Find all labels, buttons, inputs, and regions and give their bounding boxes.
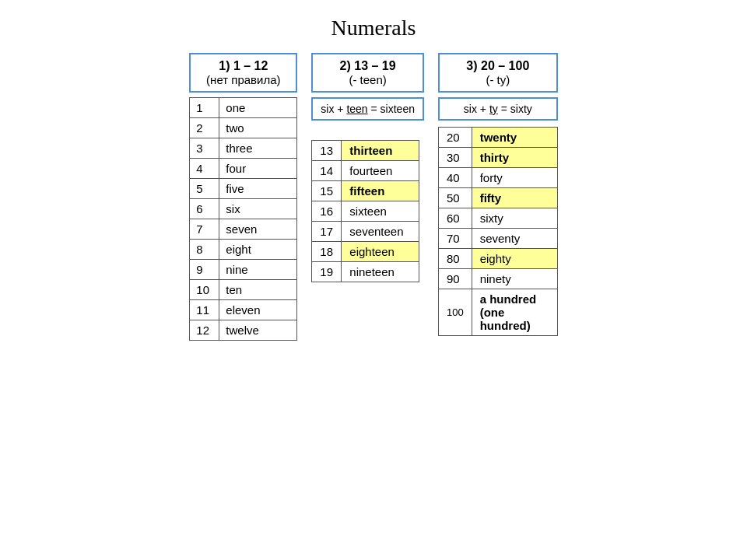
num-cell: 2 xyxy=(190,118,219,138)
col2-header-line1: 2) 13 – 19 xyxy=(322,59,413,73)
num-cell: 50 xyxy=(438,188,472,208)
col2-rule: six + teen = sixteen xyxy=(311,97,424,121)
table-row: 80eighty xyxy=(438,249,557,269)
col3-header: 3) 20 – 100 (- ty) xyxy=(438,53,558,93)
num-cell: 7 xyxy=(190,219,219,240)
num-cell: 16 xyxy=(312,201,342,222)
table-row: 10ten xyxy=(190,280,297,300)
num-cell: 70 xyxy=(438,229,472,249)
table-row: 16sixteen xyxy=(312,201,419,222)
table-row: 3three xyxy=(190,138,297,159)
col2-header: 2) 13 – 19 (- teen) xyxy=(311,53,424,93)
table-row: 8eight xyxy=(190,240,297,260)
table-row: 6six xyxy=(190,199,297,219)
table-row: 13thirteen xyxy=(312,141,419,161)
word-cell: eight xyxy=(219,240,297,260)
table-row: 1one xyxy=(190,98,297,118)
table-row: 11eleven xyxy=(190,300,297,320)
num-cell: 15 xyxy=(312,181,342,201)
table-row: 2two xyxy=(190,118,297,138)
table-row: 20twenty xyxy=(438,128,557,148)
table-row: 70seventy xyxy=(438,229,557,249)
col3-header-line2: (- ty) xyxy=(449,73,547,86)
table-row: 30thirty xyxy=(438,148,557,168)
col2-table: 13thirteen14fourteen15fifteen16sixteen17… xyxy=(311,140,419,282)
col3-rule: six + ty = sixty xyxy=(438,97,558,121)
table-row: 90ninety xyxy=(438,269,557,289)
col3-rule-text: six + ty = sixty xyxy=(464,103,532,115)
num-cell: 12 xyxy=(190,320,219,341)
table-row: 40forty xyxy=(438,168,557,188)
word-cell: thirteen xyxy=(342,141,419,161)
col1-header-line1: 1) 1 – 12 xyxy=(200,59,286,73)
num-cell: 20 xyxy=(438,128,472,148)
num-cell: 17 xyxy=(312,222,342,242)
table-row: 4four xyxy=(190,159,297,179)
word-cell: seventeen xyxy=(342,222,419,242)
word-cell: ten xyxy=(219,280,297,300)
num-cell: 3 xyxy=(190,138,219,159)
num-cell: 9 xyxy=(190,260,219,280)
num-cell: 1 xyxy=(190,98,219,118)
col1-header-line2: (нет правила) xyxy=(200,73,286,86)
word-cell: four xyxy=(219,159,297,179)
col3-header-line1: 3) 20 – 100 xyxy=(449,59,547,73)
main-columns: 1) 1 – 12 (нет правила) 1one2two3three4f… xyxy=(16,53,731,341)
word-cell: sixty xyxy=(472,208,557,229)
word-cell: five xyxy=(219,179,297,199)
col1-header: 1) 1 – 12 (нет правила) xyxy=(189,53,297,93)
num-cell: 10 xyxy=(190,280,219,300)
table-row: 60sixty xyxy=(438,208,557,229)
col2-header-line2: (- teen) xyxy=(322,73,413,86)
num-cell: 5 xyxy=(190,179,219,199)
word-cell: sixteen xyxy=(342,201,419,222)
num-cell: 40 xyxy=(438,168,472,188)
table-row: 14fourteen xyxy=(312,161,419,181)
num-cell: 30 xyxy=(438,148,472,168)
word-cell: eleven xyxy=(219,300,297,320)
num-cell: 14 xyxy=(312,161,342,181)
num-cell: 100 xyxy=(438,289,472,336)
num-cell: 8 xyxy=(190,240,219,260)
num-cell: 6 xyxy=(190,199,219,219)
word-cell: fourteen xyxy=(342,161,419,181)
column-3: 3) 20 – 100 (- ty) six + ty = sixty 20tw… xyxy=(438,53,558,336)
table-row: 17seventeen xyxy=(312,222,419,242)
column-2: 2) 13 – 19 (- teen) six + teen = sixteen… xyxy=(311,53,424,282)
word-cell: ninety xyxy=(472,269,557,289)
num-cell: 13 xyxy=(312,141,342,161)
word-cell: twenty xyxy=(472,128,557,148)
word-cell: eighteen xyxy=(342,242,419,262)
word-cell: nine xyxy=(219,260,297,280)
num-cell: 80 xyxy=(438,249,472,269)
word-cell: eighty xyxy=(472,249,557,269)
table-row: 15fifteen xyxy=(312,181,419,201)
table-row: 50fifty xyxy=(438,188,557,208)
word-cell: seven xyxy=(219,219,297,240)
num-cell: 60 xyxy=(438,208,472,229)
word-cell: one xyxy=(219,98,297,118)
word-cell: forty xyxy=(472,168,557,188)
word-cell: twelve xyxy=(219,320,297,341)
col3-table: 20twenty30thirty40forty50fifty60sixty70s… xyxy=(438,127,558,336)
table-row: 5five xyxy=(190,179,297,199)
num-cell: 11 xyxy=(190,300,219,320)
table-row: 12twelve xyxy=(190,320,297,341)
table-row: 19nineteen xyxy=(312,262,419,282)
num-cell: 19 xyxy=(312,262,342,282)
word-cell: two xyxy=(219,118,297,138)
word-cell: six xyxy=(219,199,297,219)
table-row: 18eighteen xyxy=(312,242,419,262)
num-cell: 18 xyxy=(312,242,342,262)
word-cell: seventy xyxy=(472,229,557,249)
page-title: Numerals xyxy=(16,16,731,40)
word-cell: a hundred(onehundred) xyxy=(472,289,557,336)
word-cell: fifty xyxy=(472,188,557,208)
word-cell: nineteen xyxy=(342,262,419,282)
word-cell: thirty xyxy=(472,148,557,168)
table-row: 100a hundred(onehundred) xyxy=(438,289,557,336)
col2-rule-text: six + teen = sixteen xyxy=(321,103,415,115)
column-1: 1) 1 – 12 (нет правила) 1one2two3three4f… xyxy=(189,53,297,341)
table-row: 7seven xyxy=(190,219,297,240)
word-cell: three xyxy=(219,138,297,159)
